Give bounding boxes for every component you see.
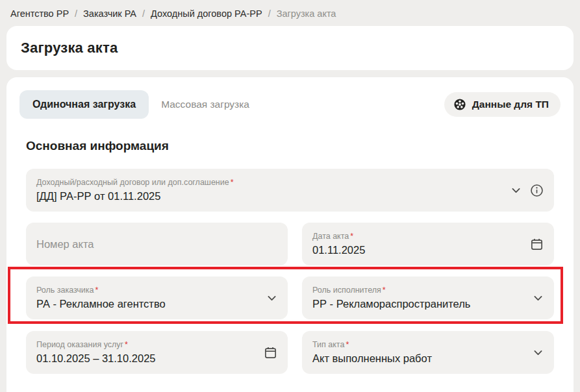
number-date-row: Дата акта* 01.11.2025 <box>26 223 554 265</box>
act-date-value: 01.11.2025 <box>312 244 520 256</box>
executor-role-select[interactable]: Роль исполнителя* РР - Рекламораспростра… <box>302 276 554 319</box>
service-period-field[interactable]: Период оказания услуг* 01.10.2025 – 31.1… <box>26 331 288 374</box>
act-number-field[interactable] <box>26 223 288 265</box>
act-type-select[interactable]: Тип акта* Акт выполненных работ <box>302 331 554 374</box>
chevron-down-icon[interactable] <box>533 293 544 304</box>
act-type-label: Тип акта* <box>312 340 520 350</box>
act-type-value: Акт выполненных работ <box>312 352 520 365</box>
info-icon[interactable] <box>530 184 544 197</box>
chevron-down-icon[interactable] <box>533 347 544 358</box>
executor-role-value: РР - Рекламораспространитель <box>312 298 520 310</box>
act-date-field[interactable]: Дата акта* 01.11.2025 <box>302 223 554 265</box>
reel-wheel-icon <box>453 98 466 111</box>
period-type-row: Период оказания услуг* 01.10.2025 – 31.1… <box>26 331 554 374</box>
customer-role-value: РА - Рекламное агентство <box>36 298 254 310</box>
contract-select[interactable]: Доходный/расходный договор или доп.согла… <box>26 169 554 212</box>
tab-single-upload[interactable]: Одиночная загрузка <box>19 90 149 119</box>
section-title-main-info: Основная информация <box>26 139 554 153</box>
upload-form-card: Одиночная загрузка Массовая загрузка Дан… <box>6 77 574 392</box>
title-card: Загрузка акта <box>6 26 574 70</box>
tp-data-button[interactable]: Данные для ТП <box>444 92 561 117</box>
breadcrumb-separator: / <box>142 8 145 19</box>
tp-data-button-label: Данные для ТП <box>472 99 549 110</box>
required-asterisk: * <box>346 340 349 349</box>
breadcrumb-item-customer[interactable]: Заказчик РА <box>83 8 136 19</box>
contract-label: Доходный/расходный договор или доп.согла… <box>36 178 520 188</box>
executor-role-label: Роль исполнителя* <box>312 286 520 296</box>
breadcrumb-item-agency[interactable]: Агентство РР <box>10 8 69 19</box>
customer-role-label: Роль заказчика* <box>36 286 254 296</box>
tab-mass-upload[interactable]: Массовая загрузка <box>161 99 249 110</box>
breadcrumb-item-current: Загрузка акта <box>277 8 336 19</box>
act-date-label: Дата акта* <box>312 232 520 242</box>
breadcrumb: Агентство РР / Заказчик РА / Доходный до… <box>0 0 580 19</box>
roles-row: Роль заказчика* РА - Рекламное агентство… <box>26 276 554 319</box>
required-asterisk: * <box>231 178 234 187</box>
tabs-bar: Одиночная загрузка Массовая загрузка Дан… <box>19 90 561 119</box>
breadcrumb-item-contract[interactable]: Доходный договор РА-РР <box>151 8 262 19</box>
calendar-icon[interactable] <box>264 346 277 360</box>
act-number-input[interactable] <box>36 238 254 251</box>
service-period-value: 01.10.2025 – 31.10.2025 <box>36 352 254 365</box>
contract-value: [ДД] РА-РР от 01.11.2025 <box>36 190 520 202</box>
breadcrumb-separator: / <box>75 8 77 19</box>
required-asterisk: * <box>125 340 128 349</box>
chevron-down-icon[interactable] <box>266 293 277 304</box>
breadcrumb-separator: / <box>268 8 271 19</box>
page-title: Загрузка акта <box>21 40 559 56</box>
required-asterisk: * <box>95 286 99 295</box>
chevron-down-icon[interactable] <box>511 185 522 196</box>
calendar-icon[interactable] <box>530 238 544 251</box>
customer-role-select[interactable]: Роль заказчика* РА - Рекламное агентство <box>26 276 288 319</box>
service-period-label: Период оказания услуг* <box>36 340 254 350</box>
contract-row: Доходный/расходный договор или доп.согла… <box>26 169 554 212</box>
required-asterisk: * <box>383 286 386 295</box>
required-asterisk: * <box>350 232 353 241</box>
